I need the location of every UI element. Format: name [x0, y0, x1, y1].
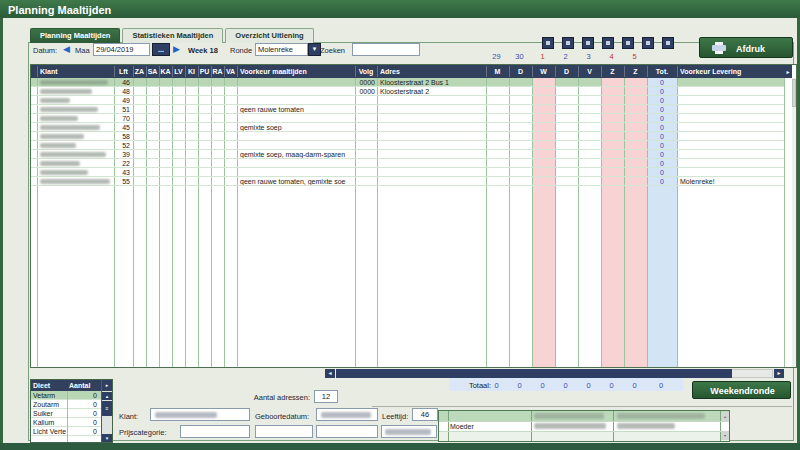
total-value: 0	[554, 381, 577, 390]
window-footer	[0, 443, 800, 450]
cell-lft: 48	[114, 88, 130, 95]
cell-tot: 0	[647, 151, 677, 158]
dieet-aantal: 0	[67, 410, 97, 417]
column-header-col-va[interactable]: VA	[224, 68, 237, 77]
hscroll-left-button[interactable]: ◂	[325, 369, 335, 378]
prijscategorie-input-1[interactable]	[180, 425, 250, 438]
leeftijd-input[interactable]	[412, 408, 438, 421]
column-header-volg[interactable]: Volg	[355, 68, 377, 77]
header-vline	[647, 66, 648, 77]
day-insert-button[interactable]	[602, 37, 614, 49]
cell-lft: 49	[114, 97, 130, 104]
window-title: Planning Maaltijden	[8, 1, 111, 19]
day-insert-button[interactable]	[542, 37, 554, 49]
day-insert-button[interactable]	[662, 37, 674, 49]
day-insert-button[interactable]	[622, 37, 634, 49]
date-number: 3	[577, 52, 600, 61]
klant-input[interactable]	[150, 408, 250, 421]
date-number: 4	[600, 52, 623, 61]
table-vscrollbar-thumb[interactable]	[792, 79, 796, 107]
aantal-adressen-input[interactable]	[314, 390, 338, 403]
contact-scroll-up-button[interactable]: ▴	[721, 412, 729, 421]
tab-overzicht-uitlening[interactable]: Overzicht Uitlening	[225, 28, 313, 43]
cell-tot: 0	[647, 169, 677, 176]
klant-name-redacted	[40, 143, 76, 148]
column-header-col-pu[interactable]: PU	[198, 68, 211, 77]
ronde-label: Ronde	[230, 46, 252, 55]
cell-tot: 0	[647, 142, 677, 149]
afdruk-button[interactable]: Afdruk	[699, 37, 793, 58]
ronde-select[interactable]: Molenreke	[255, 43, 308, 56]
date-input[interactable]	[93, 43, 150, 56]
column-header-day-2[interactable]: W	[532, 68, 555, 77]
weekendronde-button[interactable]: Weekendronde	[692, 381, 791, 399]
cell-tot: 0	[647, 124, 677, 131]
header-vline	[377, 66, 378, 77]
column-header-day-6[interactable]: Z	[624, 68, 647, 77]
klant-name-redacted	[40, 152, 106, 157]
hscroll-right-button[interactable]: ▸	[774, 369, 784, 378]
contact-scroll-down-button[interactable]: ▾	[721, 431, 729, 440]
header-vline	[355, 66, 356, 77]
prijscategorie-input-4[interactable]	[381, 425, 437, 438]
column-header-col-ki[interactable]: KI	[185, 68, 198, 77]
column-header-adres[interactable]: Adres	[380, 68, 486, 77]
dieet-aantal: 0	[67, 419, 97, 426]
total-value: 0	[623, 381, 646, 390]
app-window: Planning Maaltijden Planning Maaltijden …	[0, 0, 800, 450]
contact-phone-redacted	[617, 413, 705, 419]
column-header-day-1[interactable]: D	[509, 68, 532, 77]
day-insert-button[interactable]	[582, 37, 594, 49]
klant-name-redacted	[40, 89, 92, 94]
geboortedatum-input[interactable]	[316, 408, 378, 421]
zoeken-input[interactable]	[352, 43, 420, 56]
date-picker-button[interactable]: ...	[152, 43, 170, 56]
prijscategorie-value-redacted	[385, 429, 431, 435]
day-insert-button[interactable]	[642, 37, 654, 49]
header-vline	[172, 66, 173, 77]
table-vscrollbar[interactable]	[792, 78, 796, 367]
column-header-tot[interactable]: Tot.	[647, 68, 677, 77]
total-value: 0	[508, 381, 531, 390]
next-day-arrow-icon[interactable]: ▶	[173, 44, 180, 54]
dieet-header-name[interactable]: Dieet	[33, 382, 50, 389]
dieet-scroll-up-button[interactable]: ▴	[102, 392, 112, 400]
date-number: 30	[508, 52, 531, 61]
column-header-col-sa[interactable]: SA	[146, 68, 159, 77]
tab-statistieken-maaltijden[interactable]: Statistieken Maaltijden	[122, 28, 223, 43]
column-header-day-5[interactable]: Z	[601, 68, 624, 77]
column-header-col-ra[interactable]: RA	[211, 68, 224, 77]
column-header-voorkeur-maaltijden[interactable]: Voorkeur maaltijden	[240, 68, 355, 77]
dieet-scroll-down-button[interactable]: ▾	[102, 434, 112, 442]
cell-tot: 0	[647, 79, 677, 86]
header-vline	[211, 66, 212, 77]
dieet-header-aantal[interactable]: Aantal	[69, 382, 90, 389]
cell-adres: Kloosterstraat 2	[380, 88, 485, 95]
column-header-day-0[interactable]: M	[486, 68, 509, 77]
meals-table: KlantLftZASAKALVKIPURAVAVoorkeur maaltij…	[30, 64, 797, 368]
hscroll-thumb[interactable]	[336, 369, 732, 378]
dieet-scroll-thumb[interactable]: ≡	[102, 401, 112, 416]
tab-planning-maaltijden[interactable]: Planning Maaltijden	[30, 28, 120, 43]
contact-row-empty[interactable]	[439, 431, 729, 441]
column-header-col-ka[interactable]: KA	[159, 68, 172, 77]
prijscategorie-input-2[interactable]	[255, 425, 313, 438]
column-header-lft[interactable]: Lft	[114, 68, 133, 77]
column-header-klant[interactable]: Klant	[40, 68, 114, 77]
column-header-col-lv[interactable]: LV	[172, 68, 185, 77]
column-header-day-4[interactable]: V	[578, 68, 601, 77]
prev-day-arrow-icon[interactable]: ◀	[63, 44, 70, 54]
total-value: 0	[531, 381, 554, 390]
column-header-voorkeur-levering[interactable]: Voorkeur Levering	[680, 68, 784, 77]
dieet-vline	[67, 391, 68, 443]
column-header-col-za[interactable]: ZA	[133, 68, 146, 77]
klant-name-redacted	[40, 170, 88, 175]
prijscategorie-input-3[interactable]	[316, 425, 378, 438]
column-header-day-3[interactable]: D	[555, 68, 578, 77]
cell-lft: 51	[114, 106, 130, 113]
week-label: Week 18	[188, 46, 218, 55]
klant-name-redacted	[40, 107, 98, 112]
day-insert-button[interactable]	[562, 37, 574, 49]
day-insert-glyph-icon	[666, 41, 670, 45]
header-vline	[578, 66, 579, 77]
